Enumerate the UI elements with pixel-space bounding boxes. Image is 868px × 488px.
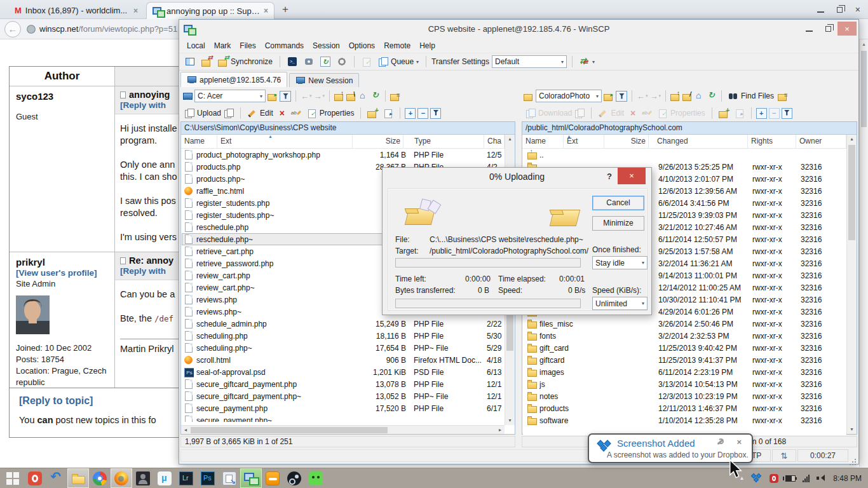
scroll-down-icon[interactable]: ▾ bbox=[505, 416, 515, 425]
scroll-right-icon[interactable]: ▸ bbox=[496, 426, 505, 434]
directory-tree-icon[interactable] bbox=[390, 91, 400, 101]
menu-item[interactable]: Commands bbox=[261, 40, 308, 51]
filter-icon[interactable] bbox=[280, 91, 291, 102]
file-row[interactable]: schedule_admin.php 15,249 B PHP File 2/2… bbox=[182, 318, 505, 330]
synchronize-button[interactable]: Synchronize bbox=[216, 56, 275, 67]
add-bookmark-button[interactable] bbox=[302, 56, 316, 67]
scroll-up-icon[interactable]: ▴ bbox=[847, 135, 857, 144]
rename-icon[interactable] bbox=[289, 107, 303, 119]
scroll-up-icon[interactable]: ▴ bbox=[505, 135, 515, 144]
find-files-button[interactable]: Find Files bbox=[726, 90, 776, 102]
properties-button[interactable]: Properties bbox=[305, 107, 356, 119]
help-icon[interactable]: ? bbox=[607, 172, 612, 181]
tab-close-icon[interactable]: × bbox=[264, 6, 268, 15]
sync-browsing-icon[interactable] bbox=[200, 56, 214, 67]
transfer-settings-select[interactable]: Default▾ bbox=[492, 55, 567, 68]
taskbar-app-icon[interactable] bbox=[132, 468, 154, 488]
address-bar[interactable]: winscp.net/forum/viewtopic.php?p=51 bbox=[39, 24, 177, 34]
taskbar-app-icon[interactable] bbox=[197, 468, 219, 488]
minimize-button[interactable] bbox=[799, 22, 818, 36]
open-directory-icon[interactable] bbox=[268, 91, 278, 101]
directory-tree-icon[interactable] bbox=[778, 91, 788, 101]
refresh-button[interactable] bbox=[318, 56, 332, 67]
browser-tab-winscp-forum[interactable]: annoying pop up :: Suppor... × bbox=[146, 2, 275, 19]
file-row[interactable]: scroll.html 906 B Firefox HTML Doc... 4/… bbox=[182, 354, 505, 366]
taskbar-app-icon[interactable] bbox=[111, 468, 132, 488]
select-files-icon[interactable]: + bbox=[405, 108, 416, 119]
network-signal-icon[interactable] bbox=[803, 475, 810, 482]
minimize-button[interactable]: Minimize bbox=[592, 216, 644, 231]
remote-path-bar[interactable]: /public_html/ColoradoPhotographySchool.c… bbox=[522, 122, 857, 135]
scrollbar-thumb[interactable] bbox=[848, 145, 855, 240]
file-row[interactable]: fonts 3/2/2014 2:32:53 PM rwxr-xr-x 3231… bbox=[523, 330, 846, 342]
volume-icon[interactable] bbox=[817, 475, 825, 482]
taskbar-app-icon[interactable] bbox=[89, 468, 111, 488]
column-rights[interactable]: Rights bbox=[748, 135, 796, 148]
dropbox-notification[interactable]: Screenshot Added A screenshot was added … bbox=[588, 433, 753, 463]
dropbox-tray-icon[interactable] bbox=[751, 473, 763, 484]
browser-tab-gmail[interactable]: M Inbox (16,897) - worldclim... × bbox=[9, 2, 144, 19]
column-type[interactable]: Type bbox=[411, 135, 484, 148]
scrollbar-thumb[interactable] bbox=[191, 427, 388, 433]
taskbar-app-icon[interactable] bbox=[154, 468, 175, 488]
view-profile-link[interactable]: [View user's profile] bbox=[16, 268, 108, 278]
column-changed[interactable]: Cha bbox=[484, 135, 505, 148]
menu-item[interactable]: Local bbox=[182, 40, 210, 51]
taskbar-app-icon[interactable] bbox=[283, 468, 305, 488]
menu-item[interactable]: Session bbox=[308, 40, 344, 51]
new-tab-button[interactable]: + bbox=[282, 3, 288, 16]
notification-close-icon[interactable]: × bbox=[736, 437, 742, 447]
taskbar-app-icon[interactable] bbox=[24, 468, 46, 488]
close-icon[interactable]: × bbox=[855, 4, 860, 15]
menu-item[interactable]: Mark bbox=[210, 40, 236, 51]
file-row[interactable]: giftcard 11/25/2013 9:41:37 PM rwxr-xr-x… bbox=[523, 354, 846, 366]
file-row[interactable]: secure_payment.php~ bbox=[182, 414, 505, 422]
local-horizontal-scrollbar[interactable]: ◂ ▸ bbox=[181, 425, 505, 434]
column-name[interactable]: Name bbox=[522, 135, 564, 148]
forward-button[interactable]: →▾ bbox=[650, 92, 661, 101]
file-row[interactable]: scheduling.php 18,116 B PHP File 5/30 bbox=[182, 330, 505, 342]
unselect-files-icon[interactable]: − bbox=[417, 108, 428, 119]
scroll-down-icon[interactable]: ▾ bbox=[847, 425, 857, 434]
home-directory-icon[interactable] bbox=[695, 91, 705, 101]
remote-directory-select[interactable]: ColoradoPhoto▾ bbox=[536, 90, 602, 102]
column-size[interactable]: Size bbox=[353, 135, 403, 148]
edit-button[interactable]: Edit bbox=[245, 107, 275, 119]
filter-icon[interactable] bbox=[616, 91, 627, 102]
open-directory-icon[interactable] bbox=[604, 91, 614, 101]
column-changed[interactable]: Changed bbox=[654, 135, 748, 148]
selection-filter-icon[interactable] bbox=[430, 108, 441, 119]
file-row[interactable]: seal-of-approval.psd 1,201 KiB PSD File … bbox=[182, 366, 505, 378]
back-button[interactable]: ←▾ bbox=[637, 92, 648, 101]
file-row[interactable]: secure_giftcard_payment.php 13,078 B PHP… bbox=[182, 378, 505, 390]
drive-select[interactable]: C: Acer▾ bbox=[194, 90, 266, 102]
maximize-button[interactable] bbox=[818, 22, 837, 36]
browser-scrollbar[interactable]: ▴ bbox=[859, 39, 868, 467]
scrollbar-thumb[interactable] bbox=[861, 51, 867, 127]
refresh-icon[interactable] bbox=[707, 91, 717, 101]
column-size[interactable]: Size bbox=[604, 135, 649, 148]
back-button[interactable]: ← bbox=[4, 21, 21, 37]
dialog-close-button[interactable]: × bbox=[618, 168, 646, 184]
root-directory-icon[interactable] bbox=[682, 91, 693, 101]
taskbar-app-icon[interactable] bbox=[46, 468, 67, 488]
cancel-button[interactable]: Cancel bbox=[592, 196, 644, 210]
console-button[interactable] bbox=[285, 56, 299, 67]
notification-settings-icon[interactable] bbox=[716, 438, 724, 446]
column-ext[interactable]: Ext bbox=[217, 135, 353, 148]
menu-item[interactable]: Files bbox=[235, 40, 260, 51]
preferences-panels-button[interactable] bbox=[183, 56, 197, 67]
minimize-icon[interactable] bbox=[817, 11, 824, 13]
tab-close-icon[interactable]: × bbox=[133, 6, 138, 15]
menu-item[interactable]: Options bbox=[344, 40, 379, 51]
file-row[interactable]: gift_card 11/25/2013 9:40:42 PM rwxr-xr-… bbox=[523, 342, 846, 354]
queue-button[interactable]: Queue▾ bbox=[376, 56, 421, 67]
selection-filter-icon[interactable] bbox=[782, 108, 792, 119]
file-row[interactable]: js 3/13/2014 10:54:13 PM rwxr-xr-x 32316 bbox=[523, 378, 846, 390]
delete-icon[interactable]: × bbox=[277, 108, 287, 118]
file-row[interactable]: software 1/10/2014 12:35:28 PM rwxr-xr-x… bbox=[523, 414, 846, 426]
menu-item[interactable]: Help bbox=[415, 40, 440, 51]
taskbar-app-icon[interactable] bbox=[67, 468, 89, 488]
restore-icon[interactable] bbox=[837, 7, 843, 13]
new-session-tab[interactable]: New Session bbox=[289, 73, 359, 87]
